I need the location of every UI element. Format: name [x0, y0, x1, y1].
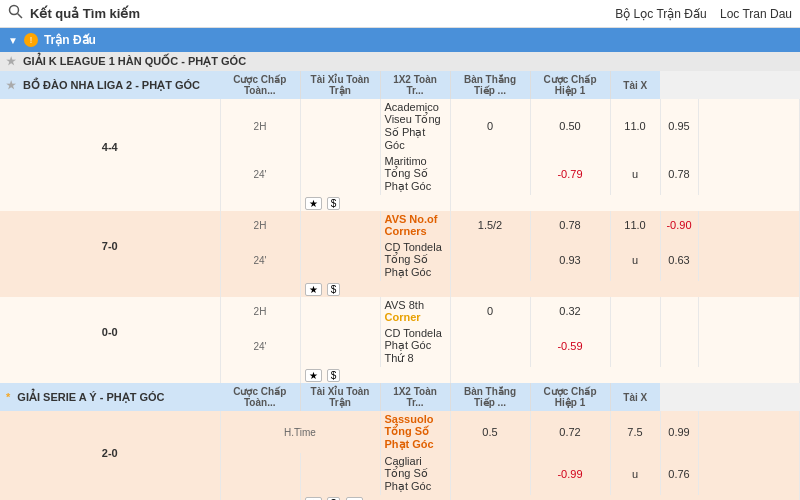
match-time-6: 24' — [220, 325, 300, 367]
corner-highlight: Corner — [385, 311, 421, 323]
section-header[interactable]: ▼ ! Trận Đấu — [0, 28, 800, 52]
dollar-button[interactable]: $ — [327, 197, 341, 210]
dollar-button-2[interactable]: $ — [327, 283, 341, 296]
match-time-3: 2H — [220, 211, 300, 239]
col-header-btts: Bàn Thắng Tiếp ... — [450, 71, 530, 99]
handicap-val-7: 0.72 — [530, 411, 610, 453]
col-header-handicap-3: Cược Chấp Toàn... — [220, 383, 300, 411]
handicap-val-6: -0.59 — [530, 325, 610, 367]
match-time-4: 24' — [220, 239, 300, 281]
ou-line: 11.0 — [610, 99, 660, 153]
ou-val-4: 0.63 — [660, 239, 698, 281]
match-score-3: 0-0 — [0, 297, 220, 367]
table-row: 4-4 2H Academico Viseu Tổng Số Phạt Góc … — [0, 99, 800, 153]
table-row: 7-0 2H AVS No.of Corners 1.5/2 0.78 11.0… — [0, 211, 800, 239]
team-name-away-3: CD Tondela Phạt Góc Thứ 8 — [380, 325, 450, 367]
league2-name: BỒ ĐÀO NHA LIGA 2 - PHẠT GÓC — [23, 79, 200, 91]
match-time-8 — [220, 453, 300, 495]
table-row-action-3: ★ $ — [0, 367, 800, 383]
match-time-1: 2H — [220, 99, 300, 153]
team-name-away-2: CD Tondela Tổng Số Phạt Góc — [380, 239, 450, 281]
col-header-handicap1-3: Cược Chấp Hiệp 1 — [530, 383, 610, 411]
league-row-3: * GIẢI SERIE A Ý - PHẠT GÓC Cược Chấp To… — [0, 383, 800, 411]
match-star5 — [300, 297, 380, 325]
league3-star-icon: * — [6, 391, 10, 403]
ou-type-2: u — [610, 153, 660, 195]
team-name-home-3: AVS 8th Corner — [380, 297, 450, 325]
ou-val-6 — [660, 325, 698, 367]
svg-point-0 — [10, 6, 19, 15]
handicap-line-8 — [450, 453, 530, 495]
league3-name: GIẢI SERIE A Ý - PHẠT GÓC — [17, 391, 164, 403]
league1-name: GIẢI K LEAGUE 1 HÀN QUỐC - PHẠT GÓC — [23, 55, 246, 67]
table-container: ★ GIẢI K LEAGUE 1 HÀN QUỐC - PHẠT GÓC ★ … — [0, 52, 800, 500]
col-header-btts-3: Bàn Thắng Tiếp ... — [450, 383, 530, 411]
handicap-val-8: -0.99 — [530, 453, 610, 495]
match-star2 — [300, 153, 380, 195]
handicap-line-7: 0.5 — [450, 411, 530, 453]
team-name-home: Academico Viseu Tổng Số Phạt Góc — [380, 99, 450, 153]
col-header-ou2-3: Tài X — [610, 383, 660, 411]
handicap-val-3: 0.78 — [530, 211, 610, 239]
star-button-2[interactable]: ★ — [305, 283, 322, 296]
team-name-away-4: Cagliari Tổng Số Phạt Góc — [380, 453, 450, 495]
ou-type-4: u — [610, 239, 660, 281]
league-row-1: ★ GIẢI K LEAGUE 1 HÀN QUỐC - PHẠT GÓC — [0, 52, 800, 71]
handicap-line: 0 — [450, 99, 530, 153]
col-header-1x2: 1X2 Toàn Tr... — [380, 71, 450, 99]
col-header-handicap: Cược Chấp Toàn... — [220, 71, 300, 99]
col-header-ou-3: Tài Xỉu Toàn Trận — [300, 383, 380, 411]
league-row-2: ★ BỒ ĐÀO NHA LIGA 2 - PHẠT GÓC Cược Chấp… — [0, 71, 800, 99]
search-icon — [8, 4, 24, 23]
handicap-val: 0.50 — [530, 99, 610, 153]
handicap-line-5: 0 — [450, 297, 530, 325]
handicap-line-4 — [450, 239, 530, 281]
match-time-5: 2H — [220, 297, 300, 325]
match-time-2: 24' — [220, 153, 300, 195]
table-row-action-4: ★ $ ◷ — [0, 495, 800, 500]
filter-label: Bộ Lọc Trận Đấu — [615, 7, 706, 21]
match-star4 — [300, 239, 380, 281]
table-row-action-2: ★ $ — [0, 281, 800, 297]
top-bar: Kết quả Tìm kiếm Bộ Lọc Trận Đấu Loc Tra… — [0, 0, 800, 28]
col-header-1x2-3: 1X2 Toàn Tr... — [380, 383, 450, 411]
col-header-handicap1: Cược Chấp Hiệp 1 — [530, 71, 610, 99]
user-name: Loc Tran Dau — [720, 7, 792, 21]
live-icon: ! — [24, 33, 38, 47]
top-bar-left: Kết quả Tìm kiếm — [8, 4, 140, 23]
handicap-line-3: 1.5/2 — [450, 211, 530, 239]
table-row: 2-0 H.Time Sassuolo Tổng Số Phạt Góc 0.5… — [0, 411, 800, 453]
chevron-down-icon: ▼ — [8, 35, 18, 46]
matches-table: ★ GIẢI K LEAGUE 1 HÀN QUỐC - PHẠT GÓC ★ … — [0, 52, 800, 500]
table-row-action: ★ $ — [0, 195, 800, 211]
section-label: Trận Đấu — [44, 33, 96, 47]
ou-val-2: 0.78 — [660, 153, 698, 195]
match-score: 4-4 — [0, 99, 220, 195]
ou-val-7: 0.99 — [660, 411, 698, 453]
ou-val-3: -0.90 — [660, 211, 698, 239]
table-row: 0-0 2H AVS 8th Corner 0 0.32 — [0, 297, 800, 325]
handicap-val-5: 0.32 — [530, 297, 610, 325]
col-header-ou2: Tài X — [610, 71, 660, 99]
league1-star-icon: ★ — [6, 55, 16, 67]
team-name-away: Maritimo Tổng Số Phạt Góc — [380, 153, 450, 195]
star-button-3[interactable]: ★ — [305, 369, 322, 382]
match-star6 — [300, 325, 380, 367]
page-title: Kết quả Tìm kiếm — [30, 6, 140, 21]
match-star7 — [300, 453, 380, 495]
match-time-7: H.Time — [220, 411, 380, 453]
team-name-home-2: AVS No.of Corners — [380, 211, 450, 239]
ou-line-3: 11.0 — [610, 211, 660, 239]
ou-val-5 — [660, 297, 698, 325]
ou-val-8: 0.76 — [660, 453, 698, 495]
handicap-val-4: 0.93 — [530, 239, 610, 281]
league2-star-icon: ★ — [6, 79, 16, 91]
dollar-button-3[interactable]: $ — [327, 369, 341, 382]
ou-type-8: u — [610, 453, 660, 495]
star-button[interactable]: ★ — [305, 197, 322, 210]
top-bar-right: Bộ Lọc Trận Đấu Loc Tran Dau — [615, 7, 792, 21]
match-score-2: 7-0 — [0, 211, 220, 281]
handicap-line-2 — [450, 153, 530, 195]
ou-line-5 — [610, 297, 660, 325]
ou-type-6 — [610, 325, 660, 367]
